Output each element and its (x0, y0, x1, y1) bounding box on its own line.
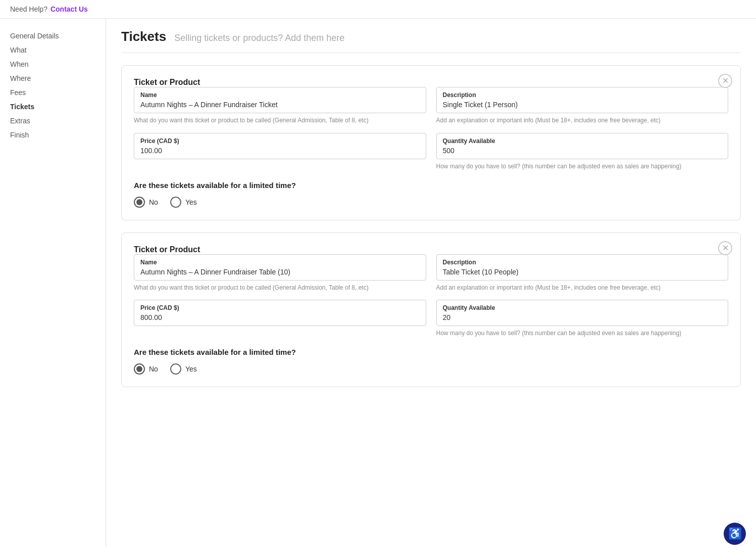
ticket-card-1-radio-yes-input[interactable] (170, 197, 181, 208)
ticket-card-2: Ticket or Product ✕ Name What do you wan… (121, 233, 741, 388)
layout: General Details What When Where Fees Tic… (0, 19, 756, 547)
ticket-card-2-close-button[interactable]: ✕ (718, 241, 732, 255)
ticket-card-2-radio-no-dot (136, 366, 142, 372)
ticket-card-2-name-wrapper: Name (134, 254, 426, 281)
top-bar: Need Help? Contact Us (0, 0, 756, 19)
ticket-card-2-quantity-input[interactable] (443, 313, 722, 321)
ticket-card-2-radio-yes-label: Yes (185, 365, 197, 373)
page-subtitle: Selling tickets or products? Add them he… (174, 33, 344, 43)
ticket-card-2-title: Ticket or Product (134, 245, 200, 254)
sidebar-item-where[interactable]: Where (10, 71, 95, 85)
ticket-card-1-description-label: Description (443, 91, 722, 99)
need-help-text: Need Help? (10, 5, 47, 13)
ticket-card-2-name-label: Name (140, 259, 420, 266)
close-icon: ✕ (722, 77, 729, 85)
ticket-card-2-radio-yes[interactable]: Yes (170, 363, 197, 375)
ticket-card-2-radio-no-label: No (149, 365, 158, 373)
ticket-card-2-name-input[interactable] (140, 268, 420, 276)
ticket-card-2-price-input[interactable] (140, 313, 420, 321)
ticket-card-1-radio-group: No Yes (134, 197, 728, 208)
ticket-card-2-price-group: Price (CAD $) (134, 300, 426, 338)
ticket-card-2-price-quantity-row: Price (CAD $) Quantity Available How man… (134, 300, 728, 338)
accessibility-fab[interactable]: ♿ (724, 523, 746, 545)
ticket-card-2-price-label: Price (CAD $) (140, 304, 420, 311)
ticket-card-2-quantity-hint: How many do you have to sell? (this numb… (436, 329, 729, 338)
ticket-card-2-description-wrapper: Description (436, 254, 729, 281)
ticket-card-1-name-description-row: Name What do you want this ticket or pro… (134, 87, 728, 125)
accessibility-icon: ♿ (728, 527, 742, 540)
ticket-card-1-close-button[interactable]: ✕ (718, 74, 732, 88)
sidebar-item-tickets[interactable]: Tickets (10, 100, 95, 114)
ticket-card-1-name-group: Name What do you want this ticket or pro… (134, 87, 426, 125)
sidebar: General Details What When Where Fees Tic… (0, 19, 106, 547)
ticket-card-1-name-label: Name (140, 91, 420, 99)
ticket-card-1-description-input[interactable] (443, 101, 722, 109)
sidebar-item-what[interactable]: What (10, 43, 95, 57)
ticket-card-2-limited-time-label: Are these tickets available for a limite… (134, 348, 728, 356)
ticket-card-1-limited-time-label: Are these tickets available for a limite… (134, 181, 728, 190)
ticket-card-1-radio-no-label: No (149, 198, 158, 206)
ticket-card-1-price-wrapper: Price (CAD $) (134, 133, 426, 159)
sidebar-item-general-details[interactable]: General Details (10, 29, 95, 43)
ticket-card-1-radio-no-dot (136, 199, 142, 205)
ticket-card-2-radio-group: No Yes (134, 363, 728, 375)
ticket-card-2-radio-yes-input[interactable] (170, 363, 181, 375)
sidebar-item-when[interactable]: When (10, 57, 95, 71)
ticket-card-1-limited-time-section: Are these tickets available for a limite… (134, 181, 728, 208)
ticket-card-1-price-input[interactable] (140, 147, 420, 155)
ticket-card-1-radio-yes[interactable]: Yes (170, 197, 197, 208)
ticket-card-2-quantity-wrapper: Quantity Available (436, 300, 729, 326)
ticket-card-1-description-group: Description Add an explanation or import… (436, 87, 729, 125)
ticket-card-1-name-hint: What do you want this ticket or product … (134, 116, 426, 125)
main-content: Tickets Selling tickets or products? Add… (106, 19, 756, 547)
ticket-card-2-limited-time-section: Are these tickets available for a limite… (134, 348, 728, 375)
page-header: Tickets Selling tickets or products? Add… (121, 29, 741, 53)
ticket-card-2-name-group: Name What do you want this ticket or pro… (134, 254, 426, 292)
ticket-card-2-description-label: Description (443, 259, 722, 266)
ticket-card-1-quantity-input[interactable] (443, 147, 722, 155)
sidebar-item-fees[interactable]: Fees (10, 85, 95, 100)
ticket-card-1-price-quantity-row: Price (CAD $) Quantity Available How man… (134, 133, 728, 171)
ticket-card-1-quantity-group: Quantity Available How many do you have … (436, 133, 729, 171)
ticket-card-1-description-hint: Add an explanation or important info (Mu… (436, 116, 729, 125)
ticket-card-2-description-input[interactable] (443, 268, 722, 276)
ticket-card-1-radio-yes-label: Yes (185, 198, 197, 206)
sidebar-item-finish[interactable]: Finish (10, 128, 95, 142)
ticket-card-1-radio-no[interactable]: No (134, 197, 158, 208)
ticket-card-2-radio-no[interactable]: No (134, 363, 158, 375)
ticket-card-2-quantity-label: Quantity Available (443, 304, 722, 311)
ticket-card-1-quantity-hint: How many do you have to sell? (this numb… (436, 162, 729, 171)
ticket-card-1-radio-no-input[interactable] (134, 197, 145, 208)
ticket-card-1-quantity-wrapper: Quantity Available (436, 133, 729, 159)
ticket-card-2-name-hint: What do you want this ticket or product … (134, 284, 426, 292)
ticket-card-1-price-label: Price (CAD $) (140, 137, 420, 145)
ticket-card-1-price-group: Price (CAD $) (134, 133, 426, 171)
ticket-card-2-price-wrapper: Price (CAD $) (134, 300, 426, 326)
sidebar-item-extras[interactable]: Extras (10, 114, 95, 128)
ticket-card-1-quantity-label: Quantity Available (443, 137, 722, 145)
ticket-card-1-name-input[interactable] (140, 101, 420, 109)
ticket-card-2-description-group: Description Add an explanation or import… (436, 254, 729, 292)
contact-us-link[interactable]: Contact Us (51, 5, 88, 13)
ticket-card-2-quantity-group: Quantity Available How many do you have … (436, 300, 729, 338)
close-icon: ✕ (722, 244, 729, 252)
ticket-card-1: Ticket or Product ✕ Name What do you wan… (121, 65, 741, 220)
ticket-card-2-description-hint: Add an explanation or important info (Mu… (436, 284, 729, 292)
page-title: Tickets (121, 29, 166, 44)
ticket-card-1-title: Ticket or Product (134, 78, 200, 86)
ticket-card-2-name-description-row: Name What do you want this ticket or pro… (134, 254, 728, 292)
ticket-card-2-radio-no-input[interactable] (134, 363, 145, 375)
ticket-card-1-name-wrapper: Name (134, 87, 426, 113)
ticket-card-1-description-wrapper: Description (436, 87, 729, 113)
